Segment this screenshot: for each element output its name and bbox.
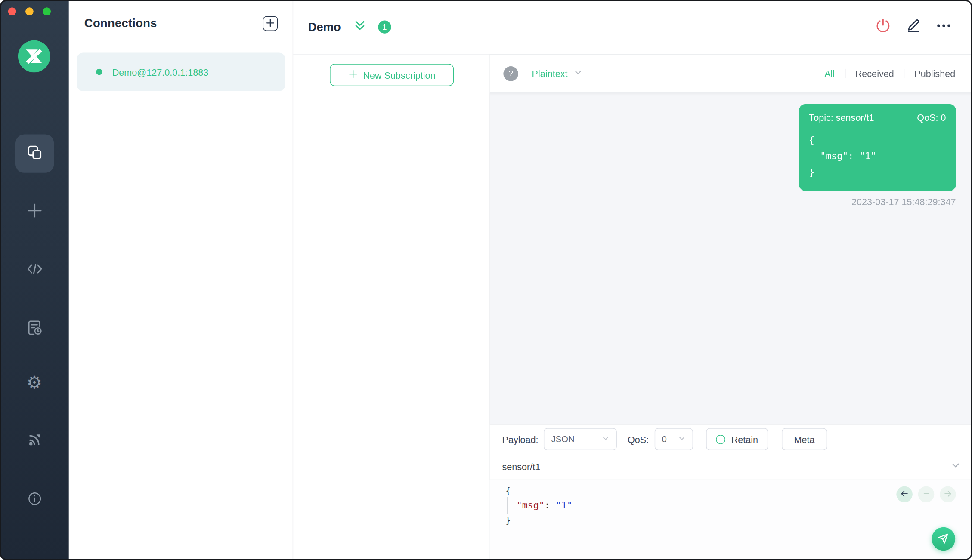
indent-guide xyxy=(507,497,508,514)
connection-status-dot xyxy=(96,69,102,75)
json-key: "msg" xyxy=(517,500,545,511)
message-count-badge: 1 xyxy=(378,21,391,34)
payload-format-select[interactable]: Plaintext xyxy=(532,68,582,79)
message-payload: { "msg": "1" } xyxy=(809,132,946,180)
close-button[interactable] xyxy=(8,7,16,15)
page-title: Demo xyxy=(308,20,341,34)
history-current-button[interactable] xyxy=(918,486,934,502)
sidebar-item-settings[interactable]: ⚙ xyxy=(15,363,53,402)
send-button[interactable] xyxy=(932,527,955,551)
minimize-button[interactable] xyxy=(25,7,34,15)
publish-panel: Payload: JSON QoS: 0 xyxy=(490,424,972,560)
chevron-down-icon xyxy=(678,434,685,445)
arrow-right-icon xyxy=(944,489,952,499)
collapse-editor-button[interactable] xyxy=(951,461,960,473)
power-icon xyxy=(875,18,891,36)
more-options-button[interactable] xyxy=(936,18,952,36)
new-subscription-label: New Subscription xyxy=(363,70,435,80)
connections-icon xyxy=(26,145,42,163)
messages-panel: ? Plaintext All Received Published xyxy=(490,55,972,560)
payload-type-select[interactable]: JSON xyxy=(544,428,617,450)
window-controls xyxy=(8,7,51,15)
message-filter-tabs: All Received Published xyxy=(824,67,956,80)
send-icon xyxy=(937,532,950,546)
message-list: Topic: sensor/t1 QoS: 0 { "msg": "1" } 2… xyxy=(490,93,972,424)
connection-list-item[interactable]: Demo@127.0.0.1:1883 xyxy=(77,52,285,91)
log-icon xyxy=(26,319,43,339)
main-area: Demo 1 xyxy=(293,0,972,560)
minus-icon xyxy=(922,489,930,499)
tab-received[interactable]: Received xyxy=(854,67,895,80)
mqttx-window: ⚙ Connections xyxy=(0,0,972,560)
topic-row xyxy=(490,454,972,480)
message-topic: Topic: sensor/t1 xyxy=(809,112,874,123)
json-value: "1" xyxy=(556,500,573,511)
broadcast-icon xyxy=(26,432,42,450)
tab-published[interactable]: Published xyxy=(914,67,956,80)
app-sidebar: ⚙ xyxy=(0,0,69,560)
message-qos: QoS: 0 xyxy=(917,112,946,123)
plus-icon xyxy=(348,69,358,80)
message-timestamp: 2023-03-17 15:48:29:347 xyxy=(851,197,956,207)
sidebar-item-connections[interactable] xyxy=(15,135,53,173)
sidebar-item-about[interactable] xyxy=(15,481,53,519)
topic-input[interactable] xyxy=(502,462,951,472)
disconnect-button[interactable] xyxy=(875,18,891,36)
publish-options-row: Payload: JSON QoS: 0 xyxy=(490,425,972,454)
subscriptions-panel: New Subscription xyxy=(293,55,490,560)
sidebar-item-script[interactable] xyxy=(15,251,53,289)
connections-panel-title: Connections xyxy=(84,17,157,31)
sidebar-item-log[interactable] xyxy=(15,310,53,348)
retain-radio-icon xyxy=(716,434,725,444)
tab-divider xyxy=(904,69,904,78)
code-line: } xyxy=(505,513,972,528)
payload-format-value: Plaintext xyxy=(532,68,568,78)
add-connection-button[interactable] xyxy=(263,16,278,31)
messages-toolbar: ? Plaintext All Received Published xyxy=(490,55,972,93)
edit-connection-button[interactable] xyxy=(906,18,921,36)
retain-label: Retain xyxy=(731,434,758,444)
ellipsis-icon xyxy=(936,18,952,36)
tab-all[interactable]: All xyxy=(824,67,836,80)
qos-select[interactable]: 0 xyxy=(654,428,693,450)
double-chevron-down-icon xyxy=(353,19,366,35)
plus-icon xyxy=(266,18,275,28)
meta-button[interactable]: Meta xyxy=(782,428,827,450)
history-back-button[interactable] xyxy=(896,486,912,502)
info-icon xyxy=(26,491,42,509)
collapse-panel-button[interactable] xyxy=(353,19,366,35)
payload-editor[interactable]: { "msg": "1" } xyxy=(490,480,972,560)
script-icon xyxy=(25,259,43,280)
arrow-left-icon xyxy=(900,489,909,499)
payload-type-value: JSON xyxy=(551,434,575,444)
message-bubble: Topic: sensor/t1 QoS: 0 { "msg": "1" } xyxy=(799,104,956,191)
mqttx-logo xyxy=(18,40,50,73)
chevron-down-icon xyxy=(602,434,610,445)
new-subscription-button[interactable]: New Subscription xyxy=(330,64,454,86)
chevron-down-icon xyxy=(951,461,960,473)
new-connection-icon xyxy=(25,201,43,222)
tab-divider xyxy=(845,69,845,78)
help-button[interactable]: ? xyxy=(503,66,518,81)
connection-header: Demo 1 xyxy=(293,0,972,55)
connections-panel: Connections Demo@127.0.0.1:1883 xyxy=(69,0,293,560)
connection-name: Demo@127.0.0.1:1883 xyxy=(112,67,209,77)
qos-label: QoS: xyxy=(628,434,649,444)
sidebar-item-broadcast[interactable] xyxy=(15,422,53,460)
retain-toggle[interactable]: Retain xyxy=(706,428,768,450)
chevron-down-icon xyxy=(574,68,582,79)
edit-icon xyxy=(906,18,921,36)
sidebar-item-new-connection[interactable] xyxy=(15,193,53,231)
settings-icon: ⚙ xyxy=(27,374,42,391)
history-forward-button[interactable] xyxy=(940,486,956,502)
zoom-button[interactable] xyxy=(43,7,51,15)
qos-value: 0 xyxy=(662,434,666,444)
payload-history-controls xyxy=(896,486,956,502)
payload-label: Payload: xyxy=(502,434,538,444)
